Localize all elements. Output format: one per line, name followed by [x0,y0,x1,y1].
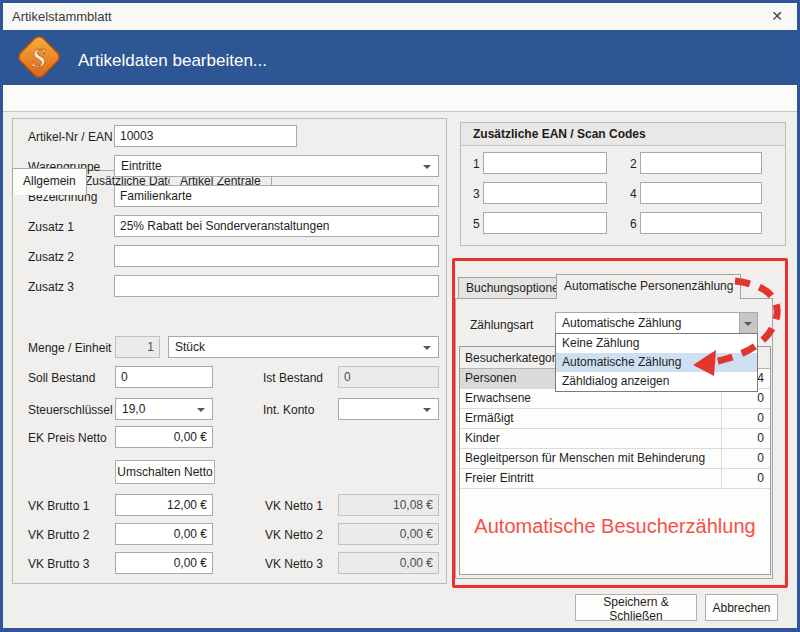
row-category: Ermäßigt [460,409,722,428]
vk-brutto2-label: VK Brutto 2 [28,528,89,542]
zaehlungsart-value: Automatische Zählung [562,313,681,333]
chevron-down-icon [423,346,431,350]
dialog-header: S Artikeldaten bearbeiten... [3,30,797,85]
vk-netto3-input [338,552,439,574]
int-konto-select[interactable] [338,398,439,420]
ek-preis-input[interactable] [115,426,213,448]
ek-preis-label: EK Preis Netto [28,431,107,445]
app-logo-icon: S [15,33,63,81]
soll-bestand-label: Soll Bestand [28,371,95,385]
vk-brutto3-label: VK Brutto 3 [28,557,89,571]
chevron-down-icon [744,322,752,326]
ist-bestand-label: Ist Bestand [263,371,323,385]
svg-text:S: S [31,43,46,73]
close-icon[interactable]: ✕ [765,5,789,28]
zusatz3-label: Zusatz 3 [28,280,74,294]
menge-einheit-label: Menge / Einheit [28,341,111,355]
vk-netto1-input [338,494,439,516]
ean-slot5-num: 5 [473,217,480,231]
einheit-select[interactable]: Stück [168,336,439,358]
vk-brutto1-label: VK Brutto 1 [28,499,89,513]
save-close-button[interactable]: Speichern & Schließen [575,594,697,621]
vk-netto3-label: VK Netto 3 [265,557,323,571]
table-row-ermaessigt[interactable]: Ermäßigt 0 [460,409,770,429]
vk-brutto1-input[interactable] [115,494,213,516]
zaehlungsart-label: Zählungsart [470,318,533,332]
chevron-down-icon [423,165,431,169]
annotation-text: Automatische Besucherzählung [459,515,771,538]
table-row-freier-eintritt[interactable]: Freier Eintritt 0 [460,469,770,489]
tab-automatische-personenzaehlung[interactable]: Automatische Personenzählung [556,274,741,299]
tab-allgemein[interactable]: Allgemein [12,168,87,195]
soll-bestand-input[interactable] [115,366,213,388]
ean-slot4-num: 4 [630,187,637,201]
row-category: Freier Eintritt [460,469,722,488]
dialog-title: Artikeldaten bearbeiten... [78,30,267,92]
ean-slot3-input[interactable] [483,182,607,204]
cancel-button[interactable]: Abbrechen [705,594,778,621]
ean-slot1-num: 1 [473,157,480,171]
chevron-down-icon [197,408,205,412]
window-title: Artikelstammblatt [12,3,112,30]
artikel-nr-label: Artikel-Nr / EAN [28,130,113,144]
ean-slot4-input[interactable] [640,182,762,204]
ean-slot1-input[interactable] [483,152,607,174]
vk-netto1-label: VK Netto 1 [265,499,323,513]
zaehlungsart-select[interactable]: Automatische Zählung [555,312,758,334]
ean-slot2-num: 2 [630,157,637,171]
ean-slot6-input[interactable] [640,212,762,234]
steuerschluessel-value: 19,0 [122,399,145,419]
zusatz2-label: Zusatz 2 [28,250,74,264]
row-count: 0 [721,409,770,428]
zusatz3-input[interactable] [114,275,439,297]
ean-slot5-input[interactable] [483,212,607,234]
row-count: 0 [721,469,770,488]
zusatz1-label: Zusatz 1 [28,220,74,234]
row-category: Kinder [460,429,722,448]
table-row-kinder[interactable]: Kinder 0 [460,429,770,449]
ean-slot6-num: 6 [630,217,637,231]
umschalten-netto-button[interactable]: Umschalten Netto [115,460,215,484]
ean-slot3-num: 3 [473,187,480,201]
row-category: Begleitperson für Menschen mit Behinderu… [460,449,722,468]
warengruppe-select[interactable]: Eintritte [114,155,439,177]
int-konto-label: Int. Konto [263,403,314,417]
vk-brutto3-input[interactable] [115,552,213,574]
steuerschluessel-label: Steuerschlüssel [28,403,113,417]
vk-netto2-input [338,523,439,545]
row-count: 0 [721,449,770,468]
warengruppe-value: Eintritte [121,156,162,176]
option-keine-zaehlung[interactable]: Keine Zählung [556,334,757,353]
zusatz1-input[interactable] [114,215,439,237]
chevron-down-icon [423,408,431,412]
zusatz2-input[interactable] [114,245,439,267]
table-row-begleitperson[interactable]: Begleitperson für Menschen mit Behinderu… [460,449,770,469]
vk-netto2-label: VK Netto 2 [265,528,323,542]
einheit-value: Stück [175,337,205,357]
table-row-erwachsene[interactable]: Erwachsene 0 [460,389,770,409]
option-automatische-zaehlung[interactable]: Automatische Zählung [556,353,757,372]
main-tab-bar: Allgemein Zusätzliche Daten Artikel Zent… [3,85,797,112]
menge-input [115,336,160,358]
option-zaehldialog-anzeigen[interactable]: Zähldialog anzeigen [556,372,757,391]
steuerschluessel-select[interactable]: 19,0 [115,398,213,420]
ist-bestand-input [338,366,439,388]
dropdown-button[interactable] [739,313,757,333]
artikelstammblatt-dialog: Artikelstammblatt ✕ S Artikeldaten bearb… [0,0,800,632]
vk-brutto2-input[interactable] [115,523,213,545]
zaehlungsart-dropdown-list: Keine Zählung Automatische Zählung Zähld… [555,333,758,392]
artikel-nr-input[interactable] [114,125,297,147]
ean-slot2-input[interactable] [640,152,762,174]
title-bar: Artikelstammblatt ✕ [3,3,797,30]
row-count: 0 [721,429,770,448]
bezeichnung-input[interactable] [114,185,439,207]
ean-box-title: Zusätzliche EAN / Scan Codes [461,123,785,146]
